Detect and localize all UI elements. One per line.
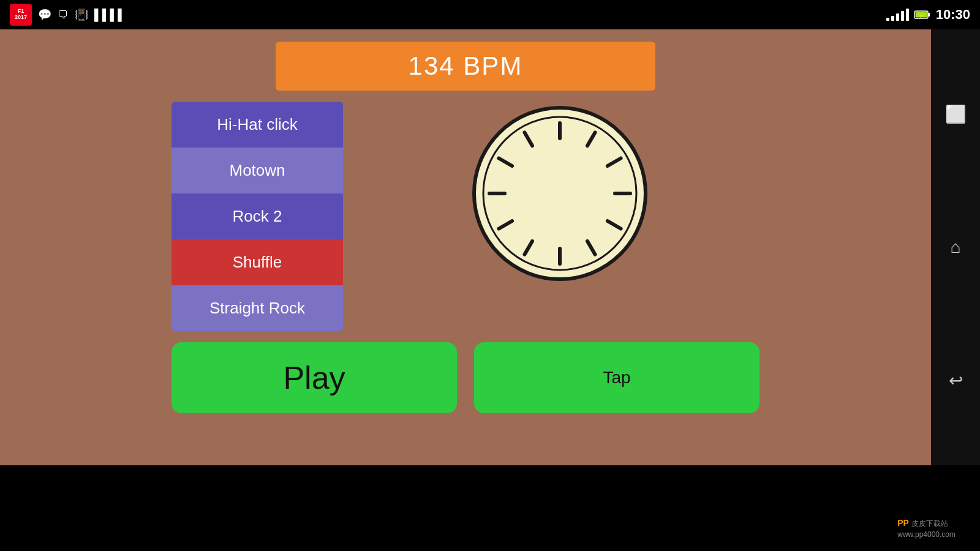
recent-apps-icon[interactable]: ⬜	[945, 104, 967, 124]
bottom-buttons: Play Tap	[172, 342, 760, 413]
voicemail-icon: 📳	[75, 8, 88, 21]
message-icon: 💬	[38, 8, 51, 21]
beat-item-motown[interactable]: Motown	[172, 148, 343, 193]
watermark: PP 皮皮下载站www.pp4000.com	[897, 518, 956, 539]
f1-icon: F12017	[10, 4, 32, 26]
status-bar: F12017 💬 🗨 📳 ▌▌▌▌ ⚡ 10:30	[0, 0, 980, 29]
app-area: 134 BPM Hi-Hat click Motown Rock 2 Shuff…	[0, 29, 931, 465]
right-nav: ⬜ ⌂ ↩	[931, 29, 980, 465]
clock: 10:30	[936, 7, 970, 23]
status-bar-right: ⚡ 10:30	[886, 7, 970, 23]
beat-list: Hi-Hat click Motown Rock 2 Shuffle Strai…	[172, 102, 343, 331]
svg-text:⚡: ⚡	[918, 13, 924, 18]
svg-rect-1	[928, 13, 930, 17]
tap-button[interactable]: Tap	[474, 342, 760, 413]
beat-item-rock2[interactable]: Rock 2	[172, 193, 343, 239]
hangouts-icon: 🗨	[58, 9, 69, 21]
bpm-display[interactable]: 134 BPM	[276, 42, 655, 91]
status-bar-left: F12017 💬 🗨 📳 ▌▌▌▌	[10, 4, 126, 26]
middle-row: Hi-Hat click Motown Rock 2 Shuffle Strai…	[172, 102, 760, 331]
drum-circle-container	[360, 102, 760, 285]
back-icon[interactable]: ↩	[949, 370, 963, 391]
barcode-icon: ▌▌▌▌	[94, 9, 126, 21]
beat-item-straight-rock[interactable]: Straight Rock	[172, 285, 343, 331]
bottom-bar: PP 皮皮下载站www.pp4000.com	[0, 465, 980, 551]
battery-icon: ⚡	[914, 10, 931, 20]
drum-circle	[468, 102, 652, 285]
beat-item-hihat[interactable]: Hi-Hat click	[172, 102, 343, 148]
beat-item-shuffle[interactable]: Shuffle	[172, 239, 343, 285]
signal-icon	[886, 9, 909, 21]
play-button[interactable]: Play	[172, 342, 457, 413]
home-icon[interactable]: ⌂	[951, 238, 961, 257]
